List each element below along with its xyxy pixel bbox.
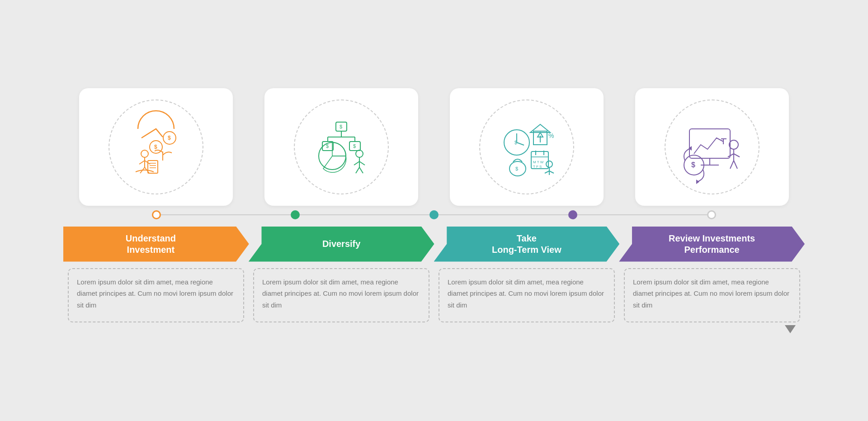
step-1-icon-card: $ $ xyxy=(79,88,233,206)
step-3-desc-box: Lorem ipsum dolor sit dim amet, mea regi… xyxy=(439,268,615,322)
step-1-desc-box: Lorem ipsum dolor sit dim amet, mea regi… xyxy=(68,268,244,322)
timeline-dot-4 xyxy=(568,210,577,219)
arrow-4: Review Investments Performance xyxy=(619,224,805,265)
step-2-desc-text: Lorem ipsum dolor sit dim amet, mea regi… xyxy=(262,276,420,311)
step-2-desc-col: Lorem ipsum dolor sit dim amet, mea regi… xyxy=(253,268,429,322)
arrow-1-shape: Understand Investment xyxy=(63,227,249,262)
arrow-3: Take Long-Term View xyxy=(434,224,620,265)
step-3-desc-col: Lorem ipsum dolor sit dim amet, mea regi… xyxy=(439,268,615,322)
step-1-desc-text: Lorem ipsum dolor sit dim amet, mea regi… xyxy=(77,276,235,311)
step-2-card-col: $ $ $ xyxy=(253,88,429,206)
step-4-icon-card: $ xyxy=(635,88,789,206)
step-4-desc-text: Lorem ipsum dolor sit dim amet, mea regi… xyxy=(633,276,791,311)
infographic-container: $ $ xyxy=(36,70,832,351)
step-4-card-col: $ xyxy=(624,88,800,206)
down-arrow-container xyxy=(624,325,800,333)
step-3-desc-text: Lorem ipsum dolor sit dim amet, mea regi… xyxy=(448,276,606,311)
arrow-2-label: Diversify xyxy=(322,238,361,250)
arrow-1: Understand Investment xyxy=(63,224,249,265)
step-4-desc-box: Lorem ipsum dolor sit dim amet, mea regi… xyxy=(624,268,800,322)
timeline-line-2-3 xyxy=(300,214,429,215)
dashed-circle-2 xyxy=(294,99,389,194)
step-1-desc-col: Lorem ipsum dolor sit dim amet, mea regi… xyxy=(68,268,244,322)
step-3-icon-card: $ % $ xyxy=(450,88,604,206)
step-1-card-col: $ $ xyxy=(68,88,244,206)
dashed-circle-3 xyxy=(479,99,574,194)
dashed-circle-4 xyxy=(665,99,760,194)
arrow-1-label: Understand Investment xyxy=(126,233,176,255)
arrow-4-shape: Review Investments Performance xyxy=(619,227,805,262)
arrow-3-shape: Take Long-Term View xyxy=(434,227,620,262)
dashed-circle-1 xyxy=(108,99,203,194)
timeline-dot-end xyxy=(707,210,716,219)
timeline-line-3-4 xyxy=(439,214,568,215)
timeline-dot-2 xyxy=(291,210,300,219)
step-4-desc-col: Lorem ipsum dolor sit dim amet, mea regi… xyxy=(624,268,800,333)
step-2-desc-box: Lorem ipsum dolor sit dim amet, mea regi… xyxy=(253,268,429,322)
down-arrow-icon xyxy=(785,325,796,333)
arrow-2-shape: Diversify xyxy=(249,227,434,262)
step-3-card-col: $ % $ xyxy=(439,88,615,206)
arrow-2: Diversify xyxy=(249,224,434,265)
arrow-3-label: Take Long-Term View xyxy=(492,233,561,255)
timeline-line-4-end xyxy=(577,214,707,215)
timeline-line-1-2 xyxy=(161,214,291,215)
timeline-dot-1 xyxy=(152,210,161,219)
step-2-icon-card: $ $ $ xyxy=(264,88,418,206)
timeline-dot-3 xyxy=(429,210,439,219)
arrow-4-label: Review Investments Performance xyxy=(669,233,755,255)
